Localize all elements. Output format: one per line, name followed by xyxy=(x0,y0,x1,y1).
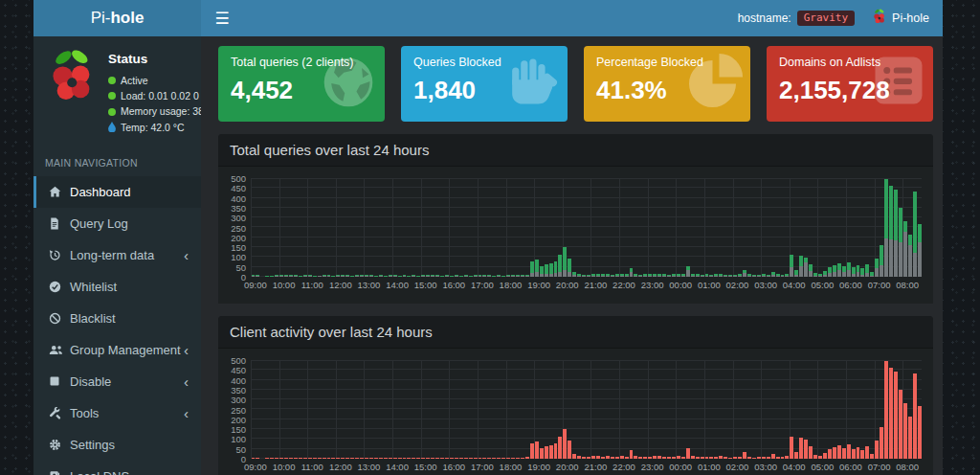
bar-segment xyxy=(482,458,486,459)
bar-segment xyxy=(294,458,298,459)
x-tick-label: 03:00 xyxy=(754,462,777,472)
x-tick-label: 17:00 xyxy=(471,462,494,472)
bar-segment xyxy=(393,458,397,459)
summary-card-total-queries-clients-[interactable]: Total queries (2 clients)4,452 xyxy=(218,46,385,122)
sidebar-item-dashboard[interactable]: Dashboard xyxy=(33,176,201,208)
x-tick-label: 02:00 xyxy=(726,462,749,472)
bar-segment xyxy=(563,247,567,270)
pihole-logo-link[interactable]: Pi-hole xyxy=(33,0,201,36)
total-queries-chart[interactable]: 50045040035030025020015010050009:0010:00… xyxy=(218,167,933,304)
history-icon xyxy=(49,249,70,261)
bar-segment xyxy=(525,457,529,459)
bar-segment xyxy=(374,458,378,459)
bar-segment xyxy=(435,276,439,277)
sidebar-item-settings[interactable]: Settings xyxy=(33,429,201,461)
bar-segment xyxy=(554,261,558,273)
bar-segment xyxy=(365,458,368,459)
bar-segment xyxy=(615,457,619,459)
bar-segment xyxy=(875,268,879,277)
x-tick-label: 06:00 xyxy=(839,462,862,472)
bar-segment xyxy=(582,276,586,277)
bar-segment xyxy=(279,458,283,459)
bar-segment xyxy=(407,276,411,277)
bar-segment xyxy=(568,441,571,459)
sidebar-item-disable[interactable]: Disable‹ xyxy=(33,366,201,397)
sidebar-item-whitelist[interactable]: Whitelist xyxy=(33,271,201,303)
summary-card-queries-blocked[interactable]: Queries Blocked1,840 xyxy=(401,46,568,122)
bar-segment xyxy=(743,273,746,277)
bar-segment xyxy=(833,272,836,277)
sidebar-item-long-term-data[interactable]: Long-term data‹ xyxy=(33,239,201,271)
bar-segment xyxy=(350,458,354,459)
bar-segment xyxy=(823,453,827,459)
bar-segment xyxy=(284,276,288,277)
bar-segment xyxy=(757,457,761,459)
bar-segment xyxy=(323,276,326,277)
raspberry-logo-icon xyxy=(45,48,99,135)
x-axis: 09:0010:0011:0012:0013:0014:0015:0016:00… xyxy=(251,280,922,294)
bar-segment xyxy=(421,458,425,459)
sidebar-item-local-dns[interactable]: Local DNS‹ xyxy=(33,461,201,475)
bar-segment xyxy=(360,276,364,277)
bar-segment xyxy=(667,457,671,459)
bar-segment xyxy=(412,276,415,277)
plot-grid[interactable] xyxy=(251,360,922,459)
bar-segment xyxy=(431,458,434,459)
bar-segment xyxy=(894,372,898,459)
x-tick-label: 07:00 xyxy=(868,280,891,290)
bar-segment xyxy=(903,403,907,459)
client-activity-chart[interactable]: 50045040035030025020015010050009:0010:00… xyxy=(218,349,933,475)
bar-segment xyxy=(482,276,486,277)
bar-segment xyxy=(270,458,274,459)
bar-segment xyxy=(630,272,634,277)
pihole-brand-link[interactable]: Pi-hole xyxy=(872,9,929,28)
address-book-icon xyxy=(49,470,70,475)
bar-segment xyxy=(545,274,548,277)
bar-segment xyxy=(492,276,496,277)
bar-segment xyxy=(445,458,449,459)
bar-segment xyxy=(875,441,879,459)
bar-segment xyxy=(327,458,331,459)
bar-segment xyxy=(289,458,293,459)
bar-segment xyxy=(686,448,690,459)
bar-segment xyxy=(474,276,478,277)
bar-segment xyxy=(767,276,770,277)
bar-segment xyxy=(530,443,534,459)
bar-segment xyxy=(549,445,553,459)
sidebar-item-label: Dashboard xyxy=(70,185,131,199)
bar-segment xyxy=(606,456,610,459)
plot-grid[interactable] xyxy=(251,178,922,277)
sidebar-item-blacklist[interactable]: Blacklist xyxy=(33,303,201,334)
bar-segment xyxy=(355,458,359,459)
bar-segment xyxy=(918,224,922,242)
bar-segment xyxy=(894,240,898,277)
bar-segment xyxy=(497,276,501,277)
sidebar-toggle-button[interactable]: ☰ xyxy=(201,0,243,36)
desktop-background: Pi-hole ☰ hostname: Gravity Pi-hole xyxy=(0,0,980,475)
sidebar-item-group-management[interactable]: Group Management‹ xyxy=(33,334,201,366)
card-value: 2,155,728 xyxy=(779,76,921,105)
summary-card-percentage-blocked[interactable]: Percentage Blocked41.3% xyxy=(584,46,750,122)
card-value: 1,840 xyxy=(413,76,555,105)
bar-segment xyxy=(611,276,614,277)
bar-segment xyxy=(572,454,576,459)
bar-segment xyxy=(279,276,283,277)
x-tick-label: 02:00 xyxy=(726,280,749,290)
sidebar-item-query-log[interactable]: Query Log xyxy=(33,208,201,239)
chart-plot-area: 500450400350300250200150100500 xyxy=(224,178,922,277)
bar-segment xyxy=(554,443,558,459)
bar-segment xyxy=(563,429,567,459)
x-tick-label: 19:00 xyxy=(527,280,550,290)
card-value: 4,452 xyxy=(231,76,372,105)
x-tick-label: 15:00 xyxy=(414,462,437,472)
pihole-admin-window: Pi-hole ☰ hostname: Gravity Pi-hole xyxy=(33,0,943,475)
bar-segment xyxy=(303,276,307,277)
bar-segment xyxy=(591,276,595,277)
chevron-left-icon: ‹ xyxy=(184,248,189,262)
bar-segment xyxy=(625,457,629,459)
bar-segment xyxy=(747,457,751,459)
bar-segment xyxy=(657,276,661,277)
summary-card-domains-on-adlists[interactable]: Domains on Adlists2,155,728 xyxy=(767,46,933,122)
sidebar-item-label: Tools xyxy=(70,406,99,420)
sidebar-item-tools[interactable]: Tools‹ xyxy=(33,397,201,429)
